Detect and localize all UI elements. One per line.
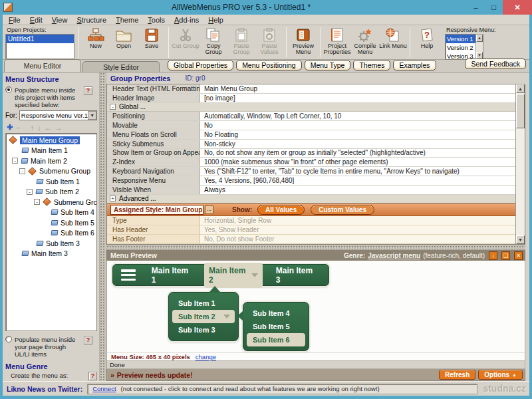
- add-item-icon[interactable]: ✚: [7, 123, 13, 132]
- expand-icon[interactable]: +: [110, 196, 116, 201]
- close-button[interactable]: ✕: [503, 0, 532, 15]
- download-icon[interactable]: ↓: [489, 251, 497, 260]
- collapse-icon[interactable]: -: [12, 158, 18, 164]
- responsive-versions-listbox[interactable]: Version 1 Version 2 Version 3 ▲ ▼: [445, 34, 483, 60]
- preview-sub-item[interactable]: Sub Item 4: [247, 307, 305, 320]
- responsive-version-dropdown[interactable]: Responsive Menu Ver.1 ▼: [19, 110, 97, 120]
- open-projects-listbox[interactable]: Untitled1: [5, 34, 74, 59]
- menu-theme[interactable]: Theme: [111, 15, 143, 25]
- refresh-button[interactable]: Refresh: [439, 370, 475, 380]
- preview-main-item[interactable]: Main Item 1: [142, 266, 200, 285]
- connect-link[interactable]: Connect: [92, 385, 116, 392]
- menu-edit[interactable]: Edit: [25, 15, 47, 25]
- property-group-row[interactable]: -Global ...: [107, 103, 515, 112]
- vertical-splitter[interactable]: [99, 72, 106, 381]
- global-properties-button[interactable]: Global Properties: [168, 60, 233, 70]
- collapse-icon[interactable]: -: [19, 168, 25, 174]
- property-row[interactable]: Header Text (HTML Formatting)Main Menu G…: [107, 84, 515, 94]
- all-values-button[interactable]: All Values: [257, 205, 305, 215]
- new-button[interactable]: New: [82, 26, 110, 49]
- restore-window-icon[interactable]: ❏: [501, 251, 510, 260]
- paste-group-button[interactable]: Paste Group: [227, 26, 255, 55]
- scroll-up-icon[interactable]: ▲: [476, 35, 483, 42]
- style-property-row[interactable]: Has HeaderYes, Show Header: [107, 225, 515, 235]
- tab-style-editor[interactable]: Style Editor: [82, 61, 160, 72]
- menu-tools[interactable]: Tools: [143, 15, 170, 25]
- tree-item[interactable]: Sub Item 4: [6, 207, 96, 218]
- compile-menu-button[interactable]: Compile Menu: [351, 26, 379, 55]
- genre-link[interactable]: Javascript menu: [368, 252, 420, 259]
- project-item[interactable]: Untitled1: [6, 35, 74, 43]
- style-property-row[interactable]: TypeHorizontal, Single Row: [107, 216, 515, 225]
- radio-populate-project[interactable]: [5, 86, 12, 93]
- preview-main-item-highlighted[interactable]: Main Item 2: [204, 263, 263, 288]
- preview-main-item[interactable]: Main Item 3: [267, 266, 325, 285]
- property-row[interactable]: PositioningAutomatically, Window, Top Le…: [107, 112, 515, 121]
- menu-type-button[interactable]: Menu Type: [305, 60, 351, 70]
- help-button[interactable]: ? Help: [413, 26, 441, 49]
- tree-item[interactable]: -Submenu Group+: [6, 197, 96, 207]
- examples-button[interactable]: Examples: [393, 60, 436, 70]
- menu-view[interactable]: View: [47, 15, 72, 25]
- move-up-icon[interactable]: ↑: [31, 124, 35, 132]
- copy-group-button[interactable]: Copy Group: [200, 26, 227, 55]
- scroll-up-icon[interactable]: ▲: [516, 84, 525, 93]
- property-row[interactable]: Visible WhenAlways: [107, 186, 515, 195]
- close-preview-icon[interactable]: ✕: [514, 251, 523, 260]
- menu-positioning-button[interactable]: Menu Positioning: [236, 60, 302, 70]
- tree-item[interactable]: -Main Item 2: [6, 156, 96, 166]
- horizontal-splitter[interactable]: [106, 245, 525, 250]
- assigned-style-box[interactable]: Assigned Style: Main Group Style: [110, 205, 203, 215]
- property-row[interactable]: Header Image[no image]: [107, 94, 515, 103]
- property-grid-scrollbar[interactable]: ▲ ▼: [515, 84, 525, 244]
- property-group-row[interactable]: +Advanced ...: [107, 195, 515, 204]
- collapse-icon[interactable]: -: [110, 104, 116, 110]
- tree-item[interactable]: Sub Item 6: [6, 228, 96, 239]
- menu-addins[interactable]: Add-ins: [170, 15, 203, 25]
- maximize-button[interactable]: □: [485, 1, 503, 14]
- minimize-button[interactable]: –: [467, 1, 485, 14]
- property-row[interactable]: MovableNo: [107, 121, 515, 130]
- property-row[interactable]: Z-Index1000 (make submenus show "in fron…: [107, 158, 515, 167]
- property-row[interactable]: Sticky SubmenusNon-sticky: [107, 140, 515, 149]
- dropdown-arrow-icon[interactable]: ▼: [88, 111, 96, 120]
- preview-sub-item[interactable]: Sub Item 5: [247, 320, 305, 333]
- property-row[interactable]: Show Item or Group on AppearNo, do not s…: [107, 149, 515, 158]
- send-feedback-button[interactable]: Send Feedback: [465, 59, 526, 69]
- style-property-row[interactable]: Has FooterNo, Do not show Footer: [107, 235, 515, 244]
- scrollbar-thumb[interactable]: [516, 94, 525, 128]
- move-right-icon[interactable]: →: [55, 124, 63, 132]
- version-item[interactable]: Version 2: [446, 43, 475, 52]
- link-menu-button[interactable]: Link Menu: [379, 26, 407, 49]
- help-question-icon[interactable]: ?: [88, 372, 97, 380]
- menu-file[interactable]: File: [4, 15, 25, 25]
- move-down-icon[interactable]: ↓: [37, 124, 41, 132]
- property-row[interactable]: Menu Floats on ScrollNo Floating: [107, 130, 515, 140]
- tree-item[interactable]: -Submenu Group: [6, 166, 96, 177]
- tree-item[interactable]: Main Item 1: [6, 146, 96, 156]
- property-row[interactable]: Keyboard NavigationYes ("Shift-F12" to e…: [107, 167, 515, 176]
- project-properties-button[interactable]: Project Properties: [323, 26, 351, 55]
- options-button[interactable]: Options▲: [478, 370, 523, 380]
- tree-item[interactable]: Sub Item 5: [6, 217, 96, 228]
- property-row[interactable]: Responsive MenuYes, 4 Versions, [960,768…: [107, 176, 515, 186]
- collapse-icon[interactable]: -: [34, 199, 40, 205]
- preview-sub-item-highlighted[interactable]: Sub Item 2: [172, 310, 235, 323]
- assigned-style-more-button[interactable]: ...: [205, 205, 213, 214]
- save-button[interactable]: Save: [138, 26, 166, 49]
- cut-group-button[interactable]: Cut Group: [172, 26, 200, 49]
- open-button[interactable]: Open: [110, 26, 138, 49]
- tab-menu-editor[interactable]: Menu Editor: [4, 59, 81, 72]
- tree-item[interactable]: Main Item 3: [6, 249, 96, 259]
- change-size-link[interactable]: change: [196, 353, 216, 360]
- move-left-icon[interactable]: ←: [45, 124, 52, 132]
- menu-structure[interactable]: Structure: [72, 15, 111, 25]
- preview-menu-button[interactable]: Preview Menu: [289, 26, 317, 55]
- custom-values-button[interactable]: Custom Values: [311, 205, 374, 215]
- preview-sub-item-highlighted[interactable]: Sub Item 6: [247, 333, 305, 346]
- help-question-icon[interactable]: ?: [84, 86, 92, 95]
- tree-item[interactable]: -Sub Item 2: [6, 187, 96, 198]
- tree-item[interactable]: Main Menu Group: [6, 135, 96, 146]
- radio-populate-ulli[interactable]: [5, 336, 12, 342]
- help-question-icon[interactable]: ?: [84, 336, 92, 344]
